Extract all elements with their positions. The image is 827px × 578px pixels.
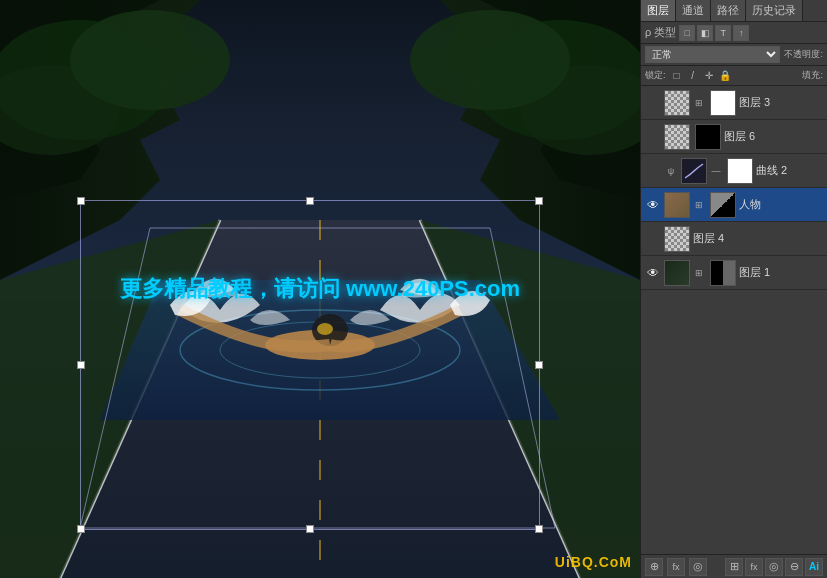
layer6-thumb <box>664 124 690 150</box>
layer-row-layer6[interactable]: 👁 图层 6 <box>641 120 827 154</box>
layer-row-layer4[interactable]: 👁 图层 4 <box>641 222 827 256</box>
lock-move-icon[interactable]: ✛ <box>702 69 716 83</box>
delete-layer-icon[interactable]: ◎ <box>765 558 783 576</box>
person-link-icon[interactable]: ⊞ <box>693 199 705 211</box>
layer1-thumb <box>664 260 690 286</box>
watermark-text: 更多精品教程，请访问 www.240PS.com <box>120 274 520 304</box>
fx-button[interactable]: fx <box>745 558 763 576</box>
layer6-mask <box>695 124 721 150</box>
person-name: 人物 <box>739 197 823 212</box>
tab-paths[interactable]: 路径 <box>711 0 746 21</box>
layer4-name: 图层 4 <box>693 231 823 246</box>
tab-history[interactable]: 历史记录 <box>746 0 803 21</box>
layers-list: 👁 ⊞ 图层 3 👁 图层 6 👁 ψ <box>641 86 827 554</box>
layer1-link-icon[interactable]: ⊞ <box>693 267 705 279</box>
layers-panel: 图层 通道 路径 历史记录 ρ 类型 □ ◧ T ↑ 正常 不透明度: 锁定: … <box>640 0 827 578</box>
blend-mode-row: 正常 不透明度: <box>641 44 827 66</box>
link-layers-icon[interactable]: ⊞ <box>725 558 743 576</box>
tab-channels[interactable]: 通道 <box>676 0 711 21</box>
layer3-mask <box>710 90 736 116</box>
svg-point-6 <box>410 10 570 110</box>
svg-point-11 <box>317 323 333 335</box>
layer1-visibility-icon[interactable]: 👁 <box>645 265 661 281</box>
curves2-link-icon: — <box>710 165 722 177</box>
person-mask <box>710 192 736 218</box>
layer-search-row: ρ 类型 □ ◧ T ↑ <box>641 22 827 44</box>
layer3-visibility-icon[interactable]: 👁 <box>645 95 661 111</box>
search-label: ρ 类型 <box>645 25 676 40</box>
lock-row: 锁定: □ / ✛ 🔒 填充: <box>641 66 827 86</box>
curves2-extra-icon: ψ <box>664 164 678 178</box>
layer-row-layer3[interactable]: 👁 ⊞ 图层 3 <box>641 86 827 120</box>
search-icons: □ ◧ T ↑ <box>679 25 749 41</box>
curves2-mask <box>727 158 753 184</box>
layer3-thumb <box>664 90 690 116</box>
layer3-link-icon[interactable]: ⊞ <box>693 97 705 109</box>
curves2-visibility-icon[interactable]: 👁 <box>645 163 661 179</box>
layer-filter-adjust-icon[interactable]: ◧ <box>697 25 713 41</box>
layer-row-layer1[interactable]: 👁 ⊞ 图层 1 <box>641 256 827 290</box>
lock-label: 锁定: <box>645 69 666 82</box>
lock-paint-icon[interactable]: / <box>686 69 700 83</box>
panel-bottom-toolbar: ⊕ fx ◎ ⊞ fx ◎ ⊖ Ai <box>641 554 827 578</box>
ai-badge[interactable]: Ai <box>805 558 823 576</box>
canvas-area[interactable]: 更多精品教程，请访问 www.240PS.com UiBQ.CoM <box>0 0 640 578</box>
layer-filter-type-icon[interactable]: T <box>715 25 731 41</box>
lock-icons: □ / ✛ 🔒 <box>670 69 732 83</box>
layer-mask-icon[interactable]: ◎ <box>689 558 707 576</box>
panel-tabs: 图层 通道 路径 历史记录 <box>641 0 827 22</box>
layer-row-curves2[interactable]: 👁 ψ — 曲线 2 <box>641 154 827 188</box>
person-visibility-icon[interactable]: 👁 <box>645 197 661 213</box>
uibq-watermark: UiBQ.CoM <box>555 554 632 570</box>
blend-mode-select[interactable]: 正常 <box>645 46 780 63</box>
person-thumb <box>664 192 690 218</box>
layer-row-person[interactable]: 👁 ⊞ 人物 <box>641 188 827 222</box>
layer1-name: 图层 1 <box>739 265 823 280</box>
opacity-label: 不透明度: <box>784 48 823 61</box>
layer-style-icon[interactable]: fx <box>667 558 685 576</box>
layer6-name: 图层 6 <box>724 129 823 144</box>
layer4-thumb <box>664 226 690 252</box>
layer3-name: 图层 3 <box>739 95 823 110</box>
lock-all-icon[interactable]: 🔒 <box>718 69 732 83</box>
svg-point-5 <box>70 10 230 110</box>
layer6-visibility-icon[interactable]: 👁 <box>645 129 661 145</box>
panel-right-icons: ⊞ fx ◎ ⊖ Ai <box>725 558 823 576</box>
layer-filter-shape-icon[interactable]: ↑ <box>733 25 749 41</box>
curves2-name: 曲线 2 <box>756 163 823 178</box>
curves2-thumb <box>681 158 707 184</box>
layer1-mask <box>710 260 736 286</box>
layer4-visibility-icon[interactable]: 👁 <box>645 231 661 247</box>
add-adjustment-icon[interactable]: ⊕ <box>645 558 663 576</box>
lock-transparency-icon[interactable]: □ <box>670 69 684 83</box>
layer-filter-pixel-icon[interactable]: □ <box>679 25 695 41</box>
fill-label: 填充: <box>802 69 823 82</box>
tab-layers[interactable]: 图层 <box>641 0 676 21</box>
new-layer-icon[interactable]: ⊖ <box>785 558 803 576</box>
